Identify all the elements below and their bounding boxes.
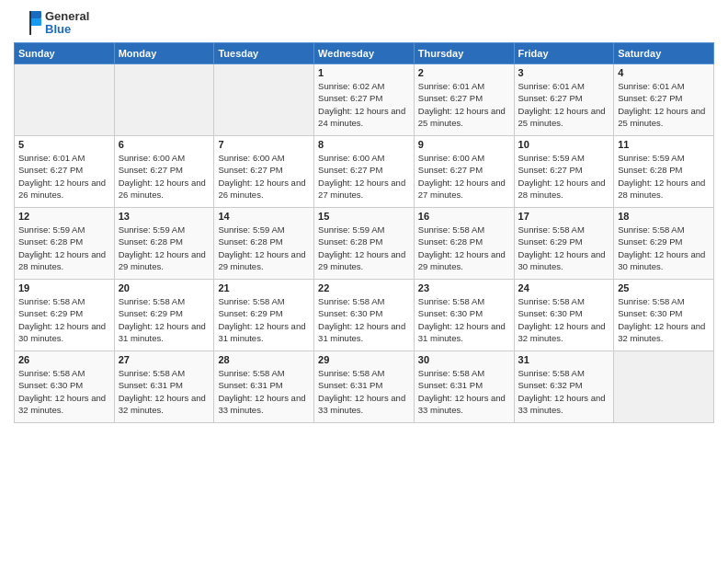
day-info: Sunrise: 6:00 AM (119, 152, 210, 164)
day-number: 22 (318, 282, 410, 293)
day-info: Daylight: 12 hours and 31 minutes. (218, 320, 310, 345)
day-info: Daylight: 12 hours and 30 minutes. (618, 248, 710, 273)
cell-week2-day2: 7Sunrise: 6:00 AMSunset: 6:27 PMDaylight… (214, 136, 314, 208)
day-info: Sunset: 6:28 PM (318, 236, 410, 247)
day-info: Daylight: 12 hours and 27 minutes. (318, 177, 410, 201)
day-info: Sunrise: 5:58 AM (18, 295, 110, 307)
day-info: Sunset: 6:28 PM (618, 164, 710, 176)
header-thursday: Thursday (414, 43, 514, 64)
calendar-table: SundayMondayTuesdayWednesdayThursdayFrid… (14, 42, 714, 423)
day-info: Sunset: 6:27 PM (318, 92, 410, 104)
cell-week1-day1 (114, 64, 214, 136)
day-info: Sunset: 6:27 PM (318, 164, 410, 176)
day-info: Daylight: 12 hours and 28 minutes. (18, 248, 110, 273)
day-info: Sunrise: 5:59 AM (618, 152, 710, 164)
day-number: 27 (119, 354, 210, 365)
day-info: Daylight: 12 hours and 24 minutes. (318, 105, 410, 130)
day-number: 4 (618, 67, 710, 78)
cell-week2-day4: 9Sunrise: 6:00 AMSunset: 6:27 PMDaylight… (414, 136, 514, 208)
day-info: Sunset: 6:27 PM (119, 164, 210, 176)
day-number: 14 (218, 211, 310, 222)
day-info: Sunrise: 6:00 AM (418, 152, 510, 164)
day-info: Sunrise: 5:58 AM (518, 295, 610, 307)
cell-week4-day0: 19Sunrise: 5:58 AMSunset: 6:29 PMDayligh… (15, 280, 115, 351)
day-number: 1 (318, 67, 410, 78)
day-number: 11 (618, 139, 710, 150)
day-info: Sunset: 6:27 PM (418, 164, 510, 176)
cell-week2-day5: 10Sunrise: 5:59 AMSunset: 6:27 PMDayligh… (514, 136, 614, 208)
day-info: Sunrise: 5:59 AM (119, 224, 210, 236)
day-info: Sunset: 6:31 PM (418, 379, 510, 391)
logo: General Blue (14, 9, 89, 37)
day-info: Sunrise: 5:58 AM (218, 295, 310, 307)
day-info: Daylight: 12 hours and 33 minutes. (218, 392, 310, 417)
svg-rect-1 (30, 18, 41, 26)
day-info: Daylight: 12 hours and 29 minutes. (318, 248, 410, 273)
day-number: 15 (318, 211, 410, 222)
day-info: Daylight: 12 hours and 27 minutes. (418, 177, 510, 201)
day-info: Sunset: 6:29 PM (218, 307, 310, 319)
day-number: 25 (618, 282, 710, 293)
day-info: Sunset: 6:27 PM (618, 92, 710, 104)
day-number: 28 (218, 354, 310, 365)
day-info: Daylight: 12 hours and 33 minutes. (418, 392, 510, 417)
day-info: Sunset: 6:31 PM (119, 379, 210, 391)
calendar-header-row: SundayMondayTuesdayWednesdayThursdayFrid… (15, 43, 714, 64)
day-info: Sunrise: 5:58 AM (618, 224, 710, 236)
day-number: 16 (418, 211, 510, 222)
day-info: Sunrise: 5:58 AM (618, 295, 710, 307)
day-info: Sunrise: 5:59 AM (18, 224, 110, 236)
day-info: Sunset: 6:27 PM (218, 164, 310, 176)
day-number: 5 (18, 139, 110, 150)
day-info: Sunset: 6:28 PM (18, 236, 110, 247)
day-number: 17 (518, 211, 610, 222)
day-info: Sunrise: 5:58 AM (418, 295, 510, 307)
day-info: Daylight: 12 hours and 32 minutes. (518, 320, 610, 345)
day-info: Daylight: 12 hours and 32 minutes. (119, 392, 210, 417)
day-number: 18 (618, 211, 710, 222)
cell-week3-day1: 13Sunrise: 5:59 AMSunset: 6:28 PMDayligh… (114, 208, 214, 280)
day-info: Sunset: 6:27 PM (518, 92, 610, 104)
day-number: 23 (418, 282, 510, 293)
day-info: Daylight: 12 hours and 32 minutes. (618, 320, 710, 345)
cell-week1-day5: 3Sunrise: 6:01 AMSunset: 6:27 PMDaylight… (514, 64, 614, 136)
day-info: Sunrise: 5:58 AM (18, 367, 110, 379)
header-friday: Friday (514, 43, 614, 64)
day-info: Daylight: 12 hours and 26 minutes. (119, 177, 210, 201)
day-info: Daylight: 12 hours and 33 minutes. (518, 392, 610, 417)
week-row-2: 5Sunrise: 6:01 AMSunset: 6:27 PMDaylight… (15, 136, 714, 208)
week-row-1: 1Sunrise: 6:02 AMSunset: 6:27 PMDaylight… (15, 64, 714, 136)
day-info: Sunrise: 6:00 AM (218, 152, 310, 164)
cell-week1-day6: 4Sunrise: 6:01 AMSunset: 6:27 PMDaylight… (614, 64, 714, 136)
logo-general: General (45, 10, 89, 23)
day-info: Sunset: 6:28 PM (418, 236, 510, 247)
day-info: Sunrise: 5:58 AM (119, 295, 210, 307)
cell-week2-day3: 8Sunrise: 6:00 AMSunset: 6:27 PMDaylight… (314, 136, 415, 208)
cell-week5-day6 (614, 351, 714, 423)
day-info: Sunrise: 6:01 AM (618, 80, 710, 92)
logo-blue: Blue (45, 23, 89, 36)
day-info: Sunset: 6:32 PM (518, 379, 610, 391)
day-info: Daylight: 12 hours and 25 minutes. (518, 105, 610, 130)
cell-week3-day0: 12Sunrise: 5:59 AMSunset: 6:28 PMDayligh… (15, 208, 115, 280)
day-info: Sunrise: 5:58 AM (218, 367, 310, 379)
day-number: 7 (218, 139, 310, 150)
cell-week2-day0: 5Sunrise: 6:01 AMSunset: 6:27 PMDaylight… (15, 136, 115, 208)
cell-week1-day2 (214, 64, 314, 136)
header-tuesday: Tuesday (214, 43, 314, 64)
cell-week2-day6: 11Sunrise: 5:59 AMSunset: 6:28 PMDayligh… (614, 136, 714, 208)
day-info: Daylight: 12 hours and 31 minutes. (418, 320, 510, 345)
header-saturday: Saturday (614, 43, 714, 64)
cell-week5-day1: 27Sunrise: 5:58 AMSunset: 6:31 PMDayligh… (114, 351, 214, 423)
page-container: General Blue SundayMondayTuesdayWednesda… (0, 0, 728, 432)
week-row-3: 12Sunrise: 5:59 AMSunset: 6:28 PMDayligh… (15, 208, 714, 280)
day-info: Sunrise: 6:01 AM (18, 152, 110, 164)
day-info: Sunset: 6:27 PM (418, 92, 510, 104)
day-info: Daylight: 12 hours and 29 minutes. (418, 248, 510, 273)
day-info: Sunrise: 6:01 AM (418, 80, 510, 92)
cell-week3-day6: 18Sunrise: 5:58 AMSunset: 6:29 PMDayligh… (614, 208, 714, 280)
day-number: 26 (18, 354, 110, 365)
day-info: Sunrise: 5:59 AM (518, 152, 610, 164)
day-info: Sunset: 6:27 PM (518, 164, 610, 176)
cell-week4-day6: 25Sunrise: 5:58 AMSunset: 6:30 PMDayligh… (614, 280, 714, 351)
